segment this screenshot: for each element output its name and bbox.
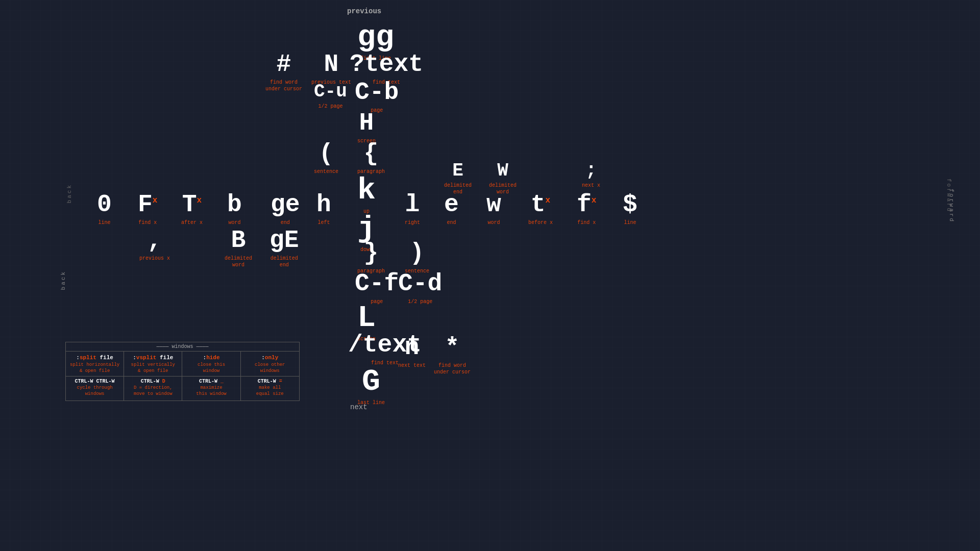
win-shortcut-desc-ctrlwd: D = direction,move to window xyxy=(128,385,178,397)
key-lbrace: { paragraph xyxy=(357,140,385,175)
win-col-vsplit: :vsplit file split vertically& open file… xyxy=(124,352,182,400)
key-B: B delimitedword xyxy=(225,227,252,268)
key-lparen: ( sentence xyxy=(314,140,338,175)
win-cmd-vsplit: :vsplit file xyxy=(128,355,178,361)
key-hash: # find wordunder cursor xyxy=(265,51,302,92)
win-col-hide: :hide close thiswindow CTRL-W _ maximize… xyxy=(182,352,240,400)
key-Cf: C-f page xyxy=(355,270,399,305)
win-shortcut-ctrlwunder: CTRL-W _ xyxy=(186,379,236,384)
previous-label: previous xyxy=(347,8,381,15)
windows-title: ———— windows ———— xyxy=(66,342,299,352)
win-col-split: :split file split horizontally& open fil… xyxy=(66,352,124,400)
key-E: E delimitedend xyxy=(444,161,472,195)
key-b: b word xyxy=(227,191,242,226)
key-star: * find wordunder cursor xyxy=(434,334,471,375)
win-desc-only: close otherwindows xyxy=(245,362,295,374)
next-label: next xyxy=(350,403,368,411)
key-rbrace: } paragraph xyxy=(357,240,385,274)
key-W: W delimitedword xyxy=(489,161,517,195)
key-Cd: C-d 1/2 page xyxy=(398,270,442,305)
win-desc-vsplit: split vertically& open file xyxy=(128,362,178,374)
key-comma: , previous x xyxy=(139,227,170,262)
win-shortcut-desc-ctrlwctrlw: cycle throughwindows xyxy=(70,385,119,397)
key-k: k up xyxy=(357,173,376,215)
key-H: H screen xyxy=(357,110,376,144)
windows-panel: ———— windows ———— :split file split hori… xyxy=(65,342,300,401)
win-shortcut-ctrlwd: CTRL-W D xyxy=(128,379,178,384)
key-l: l right xyxy=(405,191,420,226)
key-w: w word xyxy=(486,191,501,226)
key-dollar: $ line xyxy=(623,191,638,226)
key-Cb: C-b page xyxy=(355,79,399,114)
win-shortcut-ctrlwctrlw: CTRL-W CTRL-W xyxy=(70,379,119,384)
back-label: back xyxy=(60,270,66,290)
win-shortcut-desc-ctrlweq: make allequal size xyxy=(245,385,295,397)
key-zero: 0 line xyxy=(97,191,112,226)
key-e: e end xyxy=(444,191,459,226)
key-fx: fx find x xyxy=(577,191,596,226)
win-desc-hide: close thiswindow xyxy=(186,362,236,374)
win-col-only: :only close otherwindows CTRL-W = make a… xyxy=(241,352,299,400)
key-Fx: Fx find x xyxy=(138,191,157,226)
key-tx: tx before x xyxy=(528,191,553,226)
win-cmd-split: :split file xyxy=(70,355,119,361)
key-Cu: C-u 1/2 page xyxy=(314,82,347,110)
key-n: n next text xyxy=(398,334,426,369)
windows-grid: :split file split horizontally& open fil… xyxy=(66,352,299,400)
key-Tx: Tx after x xyxy=(181,191,203,226)
forward-direction: forward xyxy=(946,179,952,213)
key-rparen: ) sentence xyxy=(405,240,429,274)
win-cmd-only: :only xyxy=(245,355,295,361)
key-semicolon: ; next x xyxy=(582,161,600,189)
back-direction: back xyxy=(66,184,72,203)
key-N: N previous text xyxy=(311,51,351,86)
win-desc-split: split horizontally& open file xyxy=(70,362,119,374)
key-ge: ge end xyxy=(271,191,300,226)
win-shortcut-desc-ctrlwunder: maximizethis window xyxy=(186,385,236,397)
win-cmd-hide: :hide xyxy=(186,355,236,361)
key-h: h left xyxy=(316,191,331,226)
key-G: G last line xyxy=(357,365,385,406)
key-gE: gE delimitedend xyxy=(270,227,299,268)
win-shortcut-ctrlweq: CTRL-W = xyxy=(245,379,295,384)
